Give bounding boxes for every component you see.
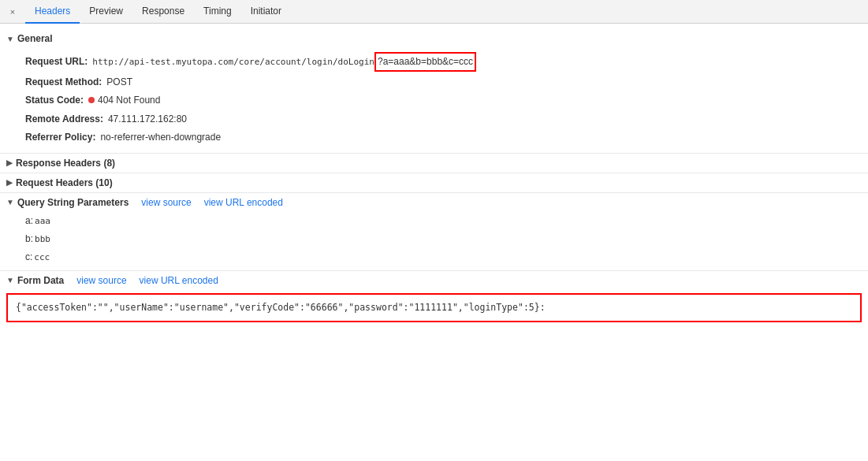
query-string-arrow-icon: ▼ (6, 198, 14, 206)
form-data-view-source-link[interactable]: view source (76, 275, 126, 286)
status-code-label: Status Code: (25, 93, 84, 108)
general-section: ▼ General Request URL: http://api-test.m… (0, 30, 868, 153)
query-string-title: Query String Parameters (17, 197, 129, 208)
tab-close-button[interactable]: × (6, 6, 19, 18)
query-param-b: b: bbb (0, 230, 868, 248)
query-string-header[interactable]: ▼ Query String Parameters view source vi… (0, 193, 868, 212)
tab-headers[interactable]: Headers (25, 0, 80, 24)
referrer-policy-row: Referrer Policy: no-referrer-when-downgr… (19, 128, 868, 147)
response-headers-section[interactable]: ▶ Response Headers (8) (0, 153, 868, 173)
request-method-label: Request Method: (25, 75, 102, 90)
tab-bar: × Headers Preview Response Timing Initia… (0, 0, 868, 24)
query-string-view-source-link[interactable]: view source (141, 197, 191, 208)
tab-timing[interactable]: Timing (194, 0, 241, 24)
main-content: ▼ General Request URL: http://api-test.m… (0, 24, 868, 461)
tab-preview[interactable]: Preview (80, 0, 132, 24)
form-data-view-url-encoded-link[interactable]: view URL encoded (140, 275, 218, 286)
tab-initiator[interactable]: Initiator (241, 0, 291, 24)
general-arrow-icon: ▼ (6, 35, 14, 43)
request-headers-label: Request Headers (10) (16, 177, 113, 188)
request-method-row: Request Method: POST (19, 73, 868, 91)
query-string-view-url-encoded-link[interactable]: view URL encoded (204, 197, 283, 208)
param-a-key: a: (25, 214, 33, 229)
status-dot-icon (88, 97, 95, 103)
general-content: Request URL: http://api-test.myutopa.com… (0, 47, 868, 153)
remote-address-label: Remote Address: (25, 112, 103, 127)
query-param-a: a: aaa (0, 212, 868, 230)
form-data-value: {"accessToken":"","userName":"username",… (6, 293, 862, 322)
form-data-arrow-icon: ▼ (6, 276, 14, 284)
remote-address-row: Remote Address: 47.111.172.162:80 (19, 110, 868, 128)
referrer-policy-label: Referrer Policy: (25, 130, 95, 145)
form-data-header[interactable]: ▼ Form Data view source view URL encoded (0, 271, 868, 290)
form-data-title: Form Data (17, 275, 64, 286)
request-url-highlight: ?a=aaa&b=bbb&c=ccc (374, 52, 476, 72)
response-headers-arrow-icon: ▶ (6, 158, 13, 167)
param-c-value: ccc (34, 251, 50, 265)
request-method-value: POST (106, 75, 132, 90)
status-code-row: Status Code: 404 Not Found (19, 91, 868, 110)
general-section-header[interactable]: ▼ General (0, 30, 868, 47)
request-headers-arrow-icon: ▶ (6, 178, 13, 187)
form-data-section: ▼ Form Data view source view URL encoded… (0, 270, 868, 322)
query-string-section: ▼ Query String Parameters view source vi… (0, 192, 868, 267)
param-c-key: c: (25, 250, 32, 265)
request-url-label: Request URL: (25, 54, 88, 69)
request-url-base: http://api-test.myutopa.com/core/account… (92, 55, 374, 69)
query-param-c: c: ccc (0, 248, 868, 266)
request-headers-section[interactable]: ▶ Request Headers (10) (0, 173, 868, 192)
general-title: General (17, 33, 53, 44)
request-url-row: Request URL: http://api-test.myutopa.com… (19, 50, 868, 73)
param-a-value: aaa (35, 214, 50, 229)
referrer-policy-value: no-referrer-when-downgrade (100, 130, 221, 145)
status-code-value: 404 Not Found (98, 93, 160, 108)
tab-response[interactable]: Response (132, 0, 194, 24)
response-headers-label: Response Headers (8) (16, 158, 115, 169)
remote-address-value: 47.111.172.162:80 (108, 112, 187, 127)
param-b-value: bbb (35, 232, 50, 247)
param-b-key: b: (25, 232, 33, 247)
